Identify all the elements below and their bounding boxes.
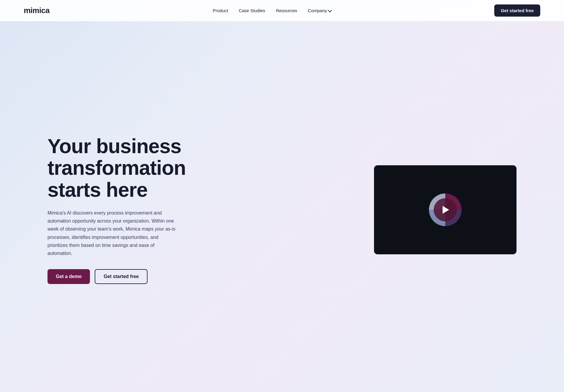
nav-item-company[interactable]: Company bbox=[308, 8, 331, 13]
main-nav: mimica Product Case Studies Resources Co… bbox=[0, 0, 564, 21]
hero-buttons: Get a demo Get started free bbox=[47, 269, 214, 284]
nav-link-product[interactable]: Product bbox=[213, 8, 228, 13]
nav-link-case-studies[interactable]: Case Studies bbox=[239, 8, 265, 13]
hero-subtext: Mimica's AI discovers every process impr… bbox=[47, 209, 178, 257]
hero-inner: Your business transformation starts here… bbox=[0, 21, 564, 392]
nav-link-company[interactable]: Company bbox=[308, 8, 331, 13]
nav-cta-button[interactable]: Get started free bbox=[494, 4, 540, 17]
get-demo-button[interactable]: Get a demo bbox=[47, 269, 90, 284]
play-icon bbox=[443, 206, 449, 214]
nav-links: Product Case Studies Resources Company bbox=[213, 8, 331, 13]
nav-link-resources[interactable]: Resources bbox=[276, 8, 297, 13]
video-player[interactable] bbox=[374, 165, 517, 254]
hero-headline: Your business transformation starts here bbox=[47, 135, 214, 201]
play-ring-inner bbox=[434, 198, 457, 221]
get-started-free-button[interactable]: Get started free bbox=[95, 269, 148, 284]
chevron-down-icon bbox=[328, 8, 332, 12]
hero-text-block: Your business transformation starts here… bbox=[47, 135, 214, 284]
nav-item-case-studies[interactable]: Case Studies bbox=[239, 8, 265, 13]
nav-item-resources[interactable]: Resources bbox=[276, 8, 297, 13]
logo[interactable]: mimica bbox=[24, 6, 50, 15]
play-ring-outer bbox=[429, 193, 462, 226]
hero-section: Your business transformation starts here… bbox=[0, 0, 564, 392]
nav-item-product[interactable]: Product bbox=[213, 8, 228, 13]
